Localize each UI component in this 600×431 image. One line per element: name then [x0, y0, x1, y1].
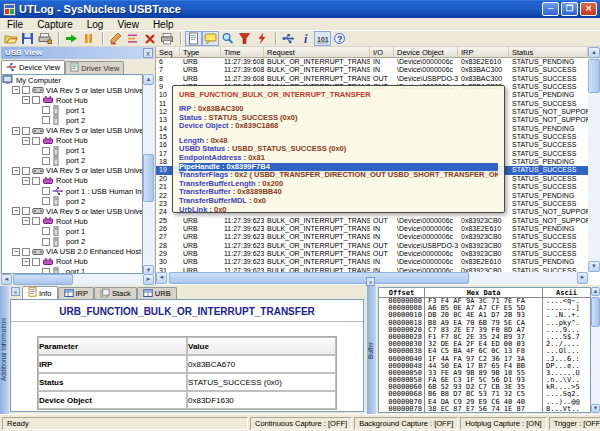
- tree-item-port-1[interactable]: port 1: [2, 146, 142, 156]
- tree-item-my-computer[interactable]: My Computer: [2, 75, 142, 85]
- column-header-seq[interactable]: Seq: [156, 47, 180, 57]
- tree-vscrollbar[interactable]: ▲ ▼: [143, 74, 154, 276]
- table-row[interactable]: 28URB11:27:39:623BULK_OR_INTERRUPT_TRANS…: [156, 242, 588, 250]
- tree-expander[interactable]: −: [12, 86, 20, 94]
- tree-checkbox[interactable]: [42, 106, 50, 114]
- tree-expander[interactable]: −: [12, 248, 20, 256]
- tree-checkbox[interactable]: [32, 96, 40, 104]
- binary-view-icon[interactable]: 101: [314, 31, 331, 46]
- table-row[interactable]: 6URB11:27:39:608BULK_OR_INTERRUPT_TRANSF…: [156, 58, 588, 66]
- tree-checkbox[interactable]: [32, 217, 40, 225]
- tree-item-root-hub[interactable]: −Root Hub: [2, 136, 142, 146]
- print-icon[interactable]: [158, 31, 175, 46]
- tree-checkbox[interactable]: [32, 137, 40, 145]
- menu-log[interactable]: Log: [80, 18, 111, 31]
- info-icon[interactable]: i: [297, 31, 314, 46]
- tree-expander[interactable]: −: [12, 167, 20, 175]
- table-row[interactable]: 8URB11:27:39:608BULK_OR_INTERRUPT_TRANSF…: [156, 75, 588, 83]
- tree-item-port-1[interactable]: port 1: [2, 226, 142, 236]
- tree-checkbox[interactable]: [42, 116, 50, 124]
- tree-item-port-1[interactable]: port 1: [2, 105, 142, 115]
- tab-driver-view[interactable]: Driver View: [65, 61, 124, 74]
- save-icon[interactable]: [19, 31, 36, 46]
- column-header-io[interactable]: I/O: [370, 47, 394, 57]
- tree-item-via-rev-5-or-later-usb-universal-host-c[interactable]: −VIA Rev 5 or later USB Universal Host C: [2, 166, 142, 176]
- close-button[interactable]: ✕: [580, 2, 597, 16]
- tree-checkbox[interactable]: [22, 127, 30, 135]
- clear-icon[interactable]: [141, 31, 158, 46]
- tab-device-view[interactable]: Device View: [1, 60, 65, 74]
- tree-item-root-hub[interactable]: −Root Hub: [2, 257, 142, 267]
- usb-view-close-icon[interactable]: x: [143, 48, 153, 58]
- tree-hscrollbar[interactable]: ◄ ►: [1, 274, 154, 285]
- table-row[interactable]: 25URB11:27:39:623BULK_OR_INTERRUPT_TRANS…: [156, 217, 588, 225]
- buffer-pane-close-icon[interactable]: x: [366, 277, 375, 286]
- usb-tree-icon[interactable]: [280, 31, 297, 46]
- hex-row[interactable]: 0000007838 EC 87 E7 56 74 1E 878...Vt..: [379, 406, 590, 413]
- tree-checkbox[interactable]: [42, 238, 50, 246]
- tree-item-via-rev-5-or-later-usb-universal-host-c[interactable]: −VIA Rev 5 or later USB Universal Host C: [2, 125, 142, 135]
- tree-expander[interactable]: −: [22, 177, 30, 185]
- tab-stack[interactable]: Stack: [94, 287, 137, 299]
- help-icon[interactable]: ?: [331, 31, 348, 46]
- search-icon[interactable]: [219, 31, 236, 46]
- tree-checkbox[interactable]: [22, 207, 30, 215]
- tree-checkbox[interactable]: [22, 248, 30, 256]
- trace-vscrollbar[interactable]: ▲ ▼: [588, 47, 600, 272]
- doc-view-icon[interactable]: [185, 31, 202, 46]
- table-row[interactable]: 27URB11:27:39:623BULK_OR_INTERRUPT_TRANS…: [156, 233, 588, 241]
- menu-capture[interactable]: Capture: [30, 18, 80, 31]
- table-row[interactable]: 30URB11:27:39:623BULK_OR_INTERRUPT_TRANS…: [156, 258, 588, 266]
- tree-item-root-hub[interactable]: −Root Hub: [2, 95, 142, 105]
- tree-checkbox[interactable]: [32, 177, 40, 185]
- trigger-icon[interactable]: [253, 31, 270, 46]
- tree-expander[interactable]: −: [12, 127, 20, 135]
- menu-file[interactable]: File: [0, 18, 30, 31]
- tree-item-port-1-usb-human-interface-d[interactable]: port 1 : USB Human Interface D: [2, 186, 142, 196]
- tab-urb[interactable]: URB: [137, 287, 177, 299]
- tree-expander[interactable]: −: [22, 217, 30, 225]
- tree-expander[interactable]: −: [22, 96, 30, 104]
- column-header-request[interactable]: Request: [264, 47, 370, 57]
- minimize-button[interactable]: ─: [542, 2, 559, 16]
- tree-expander[interactable]: −: [22, 258, 30, 266]
- tree-item-via-rev-5-or-later-usb-universal-host-c[interactable]: −VIA Rev 5 or later USB Universal Host C: [2, 206, 142, 216]
- tab-irp[interactable]: IRP: [58, 287, 95, 299]
- table-row[interactable]: 26URB11:27:39:623BULK_OR_INTERRUPT_TRANS…: [156, 225, 588, 233]
- filter-icon[interactable]: [236, 31, 253, 46]
- tree-checkbox[interactable]: [32, 258, 40, 266]
- tree-checkbox[interactable]: [42, 147, 50, 155]
- pause-capture-icon[interactable]: [80, 31, 97, 46]
- tree-item-root-hub[interactable]: −Root Hub: [2, 176, 142, 186]
- tree-item-via-usb-2-0-enhanced-host-controller[interactable]: −VIA USB 2.0 Enhanced Host Controller: [2, 247, 142, 257]
- trace-table-header[interactable]: SeqTypeTimeRequestI/ODevice ObjectIRPSta…: [156, 47, 588, 58]
- info-pane-close-icon[interactable]: x: [11, 287, 20, 296]
- tree-checkbox[interactable]: [42, 187, 50, 195]
- column-header-status[interactable]: Status: [509, 47, 588, 57]
- tree-checkbox[interactable]: [42, 157, 50, 165]
- menu-view[interactable]: View: [110, 18, 146, 31]
- start-capture-icon[interactable]: [63, 31, 80, 46]
- tree-item-via-rev-5-or-later-usb-universal-host-c[interactable]: −VIA Rev 5 or later USB Universal Host C: [2, 85, 142, 95]
- menu-help[interactable]: Help: [146, 18, 181, 31]
- table-row[interactable]: 7URB11:27:39:608BULK_OR_INTERRUPT_TRANSF…: [156, 66, 588, 74]
- tree-item-port-2[interactable]: port 2: [2, 156, 142, 166]
- tree-item-port-2[interactable]: port 2: [2, 196, 142, 206]
- title-bar[interactable]: UTLog - SysNucleus USBTrace ─ ❐ ✕: [0, 0, 600, 18]
- tree-checkbox[interactable]: [42, 227, 50, 235]
- tree-item-root-hub[interactable]: −Root Hub: [2, 216, 142, 226]
- tree-checkbox[interactable]: [42, 197, 50, 205]
- quick-info-icon[interactable]: [202, 31, 219, 46]
- column-header-irp[interactable]: IRP: [458, 47, 509, 57]
- table-row[interactable]: 29URB11:27:39:623BULK_OR_INTERRUPT_TRANS…: [156, 250, 588, 258]
- tree-item-port-2[interactable]: port 2: [2, 237, 142, 247]
- log-lines-icon[interactable]: [124, 31, 141, 46]
- column-header-time[interactable]: Time: [221, 47, 264, 57]
- export-icon[interactable]: [36, 31, 53, 46]
- tree-item-port-1[interactable]: port 1: [2, 267, 142, 274]
- edit-log-icon[interactable]: [107, 31, 124, 46]
- column-header-deviceobject[interactable]: Device Object: [394, 47, 458, 57]
- column-header-type[interactable]: Type: [180, 47, 221, 57]
- maximize-button[interactable]: ❐: [561, 2, 578, 16]
- additional-info-strip[interactable]: Additional Information: [0, 286, 9, 414]
